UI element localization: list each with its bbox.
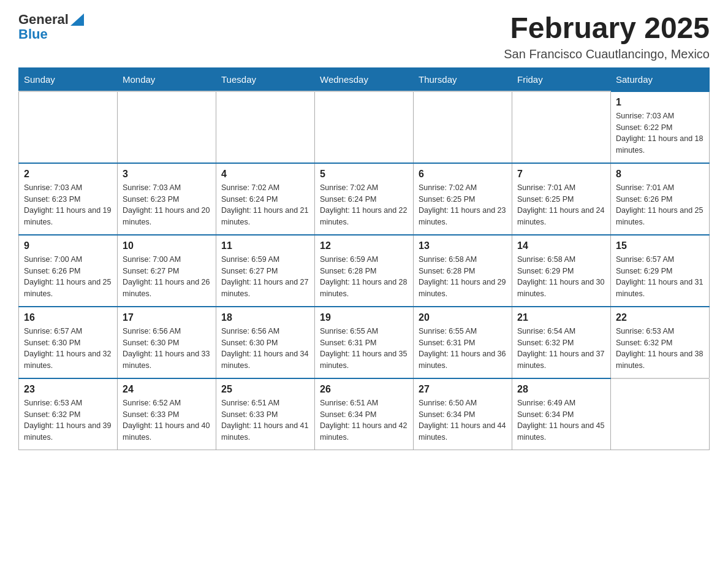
day-info: Sunrise: 7:03 AMSunset: 6:23 PMDaylight:… <box>123 182 211 228</box>
col-wednesday: Wednesday <box>315 67 414 91</box>
day-number: 12 <box>320 240 408 251</box>
calendar-cell: 26Sunrise: 6:51 AMSunset: 6:34 PMDayligh… <box>315 378 414 450</box>
day-number: 15 <box>616 240 704 251</box>
day-number: 22 <box>616 312 704 323</box>
svg-marker-0 <box>70 13 84 26</box>
calendar-cell <box>611 378 710 450</box>
day-info: Sunrise: 7:03 AMSunset: 6:23 PMDaylight:… <box>24 182 112 228</box>
calendar-cell <box>512 91 611 163</box>
page-header: General Blue February 2025 San Francisco… <box>18 12 710 61</box>
logo: General Blue <box>18 12 84 42</box>
day-number: 23 <box>24 384 112 395</box>
calendar-cell: 23Sunrise: 6:53 AMSunset: 6:32 PMDayligh… <box>19 378 118 450</box>
calendar-cell: 6Sunrise: 7:02 AMSunset: 6:25 PMDaylight… <box>414 163 512 235</box>
day-info: Sunrise: 7:02 AMSunset: 6:24 PMDaylight:… <box>221 182 309 228</box>
calendar-cell: 19Sunrise: 6:55 AMSunset: 6:31 PMDayligh… <box>315 307 414 378</box>
day-number: 3 <box>123 169 211 180</box>
day-info: Sunrise: 7:00 AMSunset: 6:27 PMDaylight:… <box>123 254 211 300</box>
day-number: 16 <box>24 312 112 323</box>
day-number: 26 <box>320 384 408 395</box>
day-info: Sunrise: 7:01 AMSunset: 6:26 PMDaylight:… <box>616 182 704 228</box>
day-number: 19 <box>320 312 408 323</box>
day-number: 14 <box>517 240 605 251</box>
calendar-cell: 8Sunrise: 7:01 AMSunset: 6:26 PMDaylight… <box>611 163 710 235</box>
logo-icon <box>70 13 84 26</box>
day-info: Sunrise: 7:02 AMSunset: 6:25 PMDaylight:… <box>419 182 507 228</box>
day-info: Sunrise: 7:00 AMSunset: 6:26 PMDaylight:… <box>24 254 112 300</box>
location-subtitle: San Francisco Cuautlancingo, Mexico <box>504 47 710 61</box>
day-number: 1 <box>616 97 704 108</box>
col-monday: Monday <box>118 67 216 91</box>
day-info: Sunrise: 6:51 AMSunset: 6:33 PMDaylight:… <box>221 397 309 443</box>
day-info: Sunrise: 6:50 AMSunset: 6:34 PMDaylight:… <box>419 397 507 443</box>
logo-blue-text: Blue <box>18 27 84 42</box>
day-number: 24 <box>123 384 211 395</box>
day-number: 5 <box>320 169 408 180</box>
calendar-week-5: 23Sunrise: 6:53 AMSunset: 6:32 PMDayligh… <box>19 378 710 450</box>
calendar-table: Sunday Monday Tuesday Wednesday Thursday… <box>18 67 710 450</box>
col-friday: Friday <box>512 67 611 91</box>
day-info: Sunrise: 7:02 AMSunset: 6:24 PMDaylight:… <box>320 182 408 228</box>
calendar-cell: 3Sunrise: 7:03 AMSunset: 6:23 PMDaylight… <box>118 163 216 235</box>
day-number: 4 <box>221 169 309 180</box>
day-info: Sunrise: 6:52 AMSunset: 6:33 PMDaylight:… <box>123 397 211 443</box>
day-info: Sunrise: 6:53 AMSunset: 6:32 PMDaylight:… <box>616 326 704 372</box>
calendar-cell: 10Sunrise: 7:00 AMSunset: 6:27 PMDayligh… <box>118 235 216 307</box>
day-info: Sunrise: 6:58 AMSunset: 6:28 PMDaylight:… <box>419 254 507 300</box>
calendar-cell: 5Sunrise: 7:02 AMSunset: 6:24 PMDaylight… <box>315 163 414 235</box>
calendar-cell: 20Sunrise: 6:55 AMSunset: 6:31 PMDayligh… <box>414 307 512 378</box>
month-year-title: February 2025 <box>504 12 710 45</box>
calendar-cell <box>315 91 414 163</box>
col-sunday: Sunday <box>19 67 118 91</box>
day-number: 13 <box>419 240 507 251</box>
calendar-cell: 7Sunrise: 7:01 AMSunset: 6:25 PMDaylight… <box>512 163 611 235</box>
calendar-cell: 22Sunrise: 6:53 AMSunset: 6:32 PMDayligh… <box>611 307 710 378</box>
day-number: 20 <box>419 312 507 323</box>
day-info: Sunrise: 6:51 AMSunset: 6:34 PMDaylight:… <box>320 397 408 443</box>
title-block: February 2025 San Francisco Cuautlancing… <box>504 12 710 61</box>
day-number: 8 <box>616 169 704 180</box>
calendar-cell: 28Sunrise: 6:49 AMSunset: 6:34 PMDayligh… <box>512 378 611 450</box>
calendar-cell: 14Sunrise: 6:58 AMSunset: 6:29 PMDayligh… <box>512 235 611 307</box>
calendar-cell: 1Sunrise: 7:03 AMSunset: 6:22 PMDaylight… <box>611 91 710 163</box>
day-number: 28 <box>517 384 605 395</box>
day-number: 21 <box>517 312 605 323</box>
col-saturday: Saturday <box>611 67 710 91</box>
calendar-cell <box>216 91 315 163</box>
day-info: Sunrise: 7:03 AMSunset: 6:22 PMDaylight:… <box>616 110 704 156</box>
col-thursday: Thursday <box>414 67 512 91</box>
calendar-cell: 21Sunrise: 6:54 AMSunset: 6:32 PMDayligh… <box>512 307 611 378</box>
day-info: Sunrise: 7:01 AMSunset: 6:25 PMDaylight:… <box>517 182 605 228</box>
calendar-cell: 2Sunrise: 7:03 AMSunset: 6:23 PMDaylight… <box>19 163 118 235</box>
calendar-cell: 18Sunrise: 6:56 AMSunset: 6:30 PMDayligh… <box>216 307 315 378</box>
day-info: Sunrise: 6:58 AMSunset: 6:29 PMDaylight:… <box>517 254 605 300</box>
day-number: 27 <box>419 384 507 395</box>
day-info: Sunrise: 6:57 AMSunset: 6:30 PMDaylight:… <box>24 326 112 372</box>
day-number: 9 <box>24 240 112 251</box>
calendar-cell <box>118 91 216 163</box>
col-tuesday: Tuesday <box>216 67 315 91</box>
day-number: 6 <box>419 169 507 180</box>
day-info: Sunrise: 6:57 AMSunset: 6:29 PMDaylight:… <box>616 254 704 300</box>
day-number: 25 <box>221 384 309 395</box>
calendar-cell: 12Sunrise: 6:59 AMSunset: 6:28 PMDayligh… <box>315 235 414 307</box>
day-number: 11 <box>221 240 309 251</box>
calendar-week-1: 1Sunrise: 7:03 AMSunset: 6:22 PMDaylight… <box>19 91 710 163</box>
calendar-cell: 16Sunrise: 6:57 AMSunset: 6:30 PMDayligh… <box>19 307 118 378</box>
day-info: Sunrise: 6:55 AMSunset: 6:31 PMDaylight:… <box>320 326 408 372</box>
day-info: Sunrise: 6:54 AMSunset: 6:32 PMDaylight:… <box>517 326 605 372</box>
day-number: 17 <box>123 312 211 323</box>
calendar-cell <box>19 91 118 163</box>
day-number: 10 <box>123 240 211 251</box>
day-info: Sunrise: 6:59 AMSunset: 6:28 PMDaylight:… <box>320 254 408 300</box>
calendar-week-4: 16Sunrise: 6:57 AMSunset: 6:30 PMDayligh… <box>19 307 710 378</box>
calendar-week-2: 2Sunrise: 7:03 AMSunset: 6:23 PMDaylight… <box>19 163 710 235</box>
calendar-cell: 15Sunrise: 6:57 AMSunset: 6:29 PMDayligh… <box>611 235 710 307</box>
day-number: 18 <box>221 312 309 323</box>
calendar-week-3: 9Sunrise: 7:00 AMSunset: 6:26 PMDaylight… <box>19 235 710 307</box>
logo-general-text: General <box>18 12 69 27</box>
calendar-cell: 9Sunrise: 7:00 AMSunset: 6:26 PMDaylight… <box>19 235 118 307</box>
day-info: Sunrise: 6:56 AMSunset: 6:30 PMDaylight:… <box>221 326 309 372</box>
calendar-cell: 11Sunrise: 6:59 AMSunset: 6:27 PMDayligh… <box>216 235 315 307</box>
calendar-cell: 4Sunrise: 7:02 AMSunset: 6:24 PMDaylight… <box>216 163 315 235</box>
